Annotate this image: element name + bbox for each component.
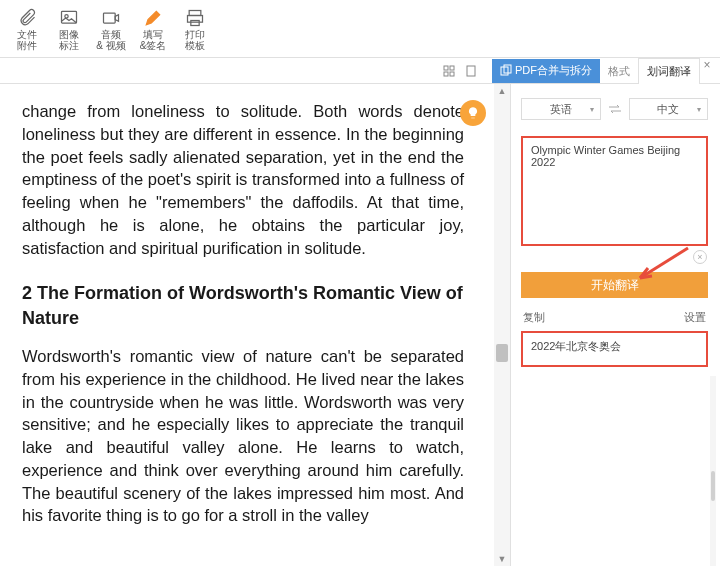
sign-label-1: 填写	[143, 29, 163, 40]
attach-label-2: 附件	[17, 40, 37, 51]
audio-button[interactable]: 音频 & 视频	[92, 5, 130, 53]
svg-rect-7	[450, 66, 454, 70]
image-icon	[58, 7, 80, 29]
view-icons: PDF合并与拆分	[86, 58, 600, 83]
scrollbar-thumb[interactable]	[496, 344, 508, 362]
attach-label-1: 文件	[17, 29, 37, 40]
audio-label-1: 音频	[101, 29, 121, 40]
document-scrollbar[interactable]: ▲ ▼	[494, 84, 510, 566]
result-actions: 复制 设置	[523, 310, 706, 325]
svg-rect-8	[444, 72, 448, 76]
svg-rect-6	[444, 66, 448, 70]
svg-rect-5	[191, 20, 199, 25]
document-text[interactable]: change from loneliness to solitude. Both…	[0, 84, 494, 566]
caret-down-icon: ▾	[697, 105, 701, 114]
pdf-merge-label: PDF合并与拆分	[515, 63, 592, 78]
start-translate-button[interactable]: 开始翻译	[521, 272, 708, 298]
paragraph-1: change from loneliness to solitude. Both…	[22, 100, 464, 259]
clear-input-button[interactable]: ×	[693, 250, 707, 264]
copy-icon	[500, 64, 512, 78]
page-icon[interactable]	[464, 64, 478, 78]
panel-scrollbar-thumb[interactable]	[711, 471, 715, 501]
close-panel-button[interactable]: ×	[700, 58, 714, 83]
attach-button[interactable]: 文件 附件	[8, 5, 46, 53]
tab-format[interactable]: 格式	[600, 58, 638, 83]
pen-icon	[142, 7, 164, 29]
image-label-1: 图像	[59, 29, 79, 40]
pdf-merge-button[interactable]: PDF合并与拆分	[492, 59, 600, 83]
scroll-up-icon[interactable]: ▲	[494, 86, 510, 96]
document-viewer: change from loneliness to solitude. Both…	[0, 84, 510, 566]
swap-languages-button[interactable]	[607, 101, 623, 117]
translate-panel: 英语▾ 中文▾ Olympic Winter Games Beijing 202…	[510, 84, 720, 566]
grid-icon[interactable]	[442, 64, 456, 78]
image-button[interactable]: 图像 标注	[50, 5, 88, 53]
translate-input[interactable]: Olympic Winter Games Beijing 2022 ×	[521, 136, 708, 246]
caret-down-icon: ▾	[590, 105, 594, 114]
svg-rect-9	[450, 72, 454, 76]
settings-button[interactable]: 设置	[684, 310, 706, 325]
source-language-select[interactable]: 英语▾	[521, 98, 601, 120]
translate-output: 2022年北京冬奥会	[521, 331, 708, 367]
svg-rect-4	[188, 15, 203, 22]
sign-button[interactable]: 填写 &签名	[134, 5, 172, 53]
scroll-down-icon[interactable]: ▼	[494, 554, 510, 564]
audio-label-2: & 视频	[96, 40, 125, 51]
svg-rect-10	[467, 66, 475, 76]
secondary-tabbar: PDF合并与拆分 格式 划词翻译 ×	[0, 58, 720, 84]
paperclip-icon	[16, 7, 38, 29]
heading-2: 2 The Formation of Wordsworth's Romantic…	[22, 281, 464, 331]
image-label-2: 标注	[59, 40, 79, 51]
video-icon	[100, 7, 122, 29]
hint-bulb-button[interactable]	[460, 100, 486, 126]
tab-translate[interactable]: 划词翻译	[638, 58, 700, 84]
target-language-select[interactable]: 中文▾	[629, 98, 709, 120]
print-button[interactable]: 打印 模板	[176, 5, 214, 53]
main-toolbar: 文件 附件 图像 标注 音频 & 视频 填写 &签名 打印 模板	[0, 0, 720, 58]
language-selector-row: 英语▾ 中文▾	[521, 98, 708, 120]
panel-scrollbar[interactable]	[710, 376, 716, 566]
sign-label-2: &签名	[140, 40, 167, 51]
svg-rect-2	[104, 13, 116, 23]
paragraph-2: Wordsworth's romantic view of nature can…	[22, 345, 464, 527]
svg-rect-3	[189, 10, 201, 15]
print-icon	[184, 7, 206, 29]
panel-spacer	[521, 375, 708, 566]
content-area: change from loneliness to solitude. Both…	[0, 84, 720, 566]
print-label-2: 模板	[185, 40, 205, 51]
print-label-1: 打印	[185, 29, 205, 40]
copy-button[interactable]: 复制	[523, 310, 545, 325]
